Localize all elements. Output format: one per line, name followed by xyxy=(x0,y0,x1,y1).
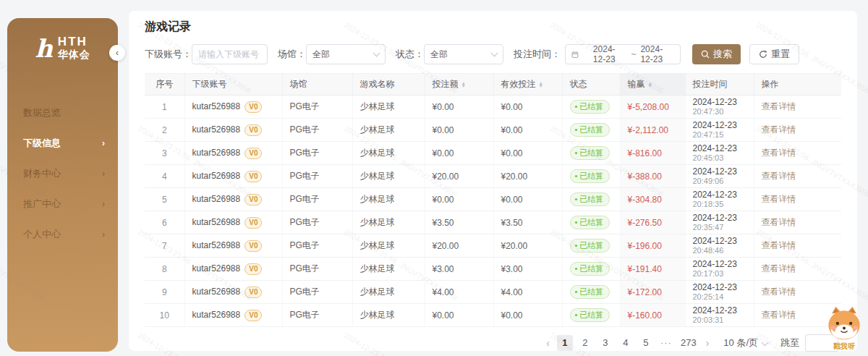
view-detail-link[interactable]: 查看详情 xyxy=(762,310,796,320)
view-detail-link[interactable]: 查看详情 xyxy=(762,124,796,135)
bet-clock: 20:35:47 xyxy=(693,223,746,232)
sidebar-item-个人中心[interactable]: 个人中心› xyxy=(7,219,118,250)
venue-select-value: 全部 xyxy=(312,48,330,61)
view-detail-link[interactable]: 查看详情 xyxy=(762,101,796,111)
cell-valid-bet: ¥20.00 xyxy=(493,234,562,258)
cell-bet-time: 2024-12-2320:48:46 xyxy=(685,234,754,258)
cell-account: kutar526988V0 xyxy=(184,96,282,119)
cell-valid-bet: ¥0.00 xyxy=(493,96,562,119)
sort-icon[interactable]: ▲▼ xyxy=(539,82,543,87)
sidebar-item-推广中心[interactable]: 推广中心› xyxy=(7,189,118,219)
cell-account: kutar526988V0 xyxy=(184,142,282,165)
service-mascot[interactable]: 戳我呀 xyxy=(825,305,864,352)
sidebar-collapse-button[interactable]: ‹ xyxy=(109,45,125,61)
level-badge: V0 xyxy=(244,240,262,252)
sidebar-item-label: 下级信息 xyxy=(23,137,61,150)
cell-bet-amount: ¥4.00 xyxy=(425,281,493,304)
chevron-right-icon: › xyxy=(102,169,105,179)
prev-page-button[interactable]: ‹ xyxy=(543,337,553,349)
refresh-icon xyxy=(759,50,767,59)
cell-bet-amount: ¥0.00 xyxy=(425,304,493,327)
cell-bet-amount: ¥0.00 xyxy=(425,142,493,165)
level-badge: V0 xyxy=(244,124,262,136)
table-row: 8kutar526988V0PG电子少林足球¥3.00¥3.00已结算¥-191… xyxy=(145,258,841,281)
cell-bet-time: 2024-12-2320:45:03 xyxy=(685,142,754,165)
column-header-label: 有效投注 xyxy=(501,78,536,90)
search-button[interactable]: 搜索 xyxy=(692,44,741,64)
sidebar-menu: 数据总览下级信息›财务中心›推广中心›个人中心› xyxy=(7,98,118,250)
winloss-value: ¥-304.80 xyxy=(628,195,662,205)
cell-account: kutar526988V0 xyxy=(184,165,282,188)
shiba-mascot-icon xyxy=(825,305,864,341)
page-number-5[interactable]: 5 xyxy=(638,335,654,351)
table-row: 10kutar526988V0PG电子少林足球¥0.00¥0.00已结算¥-16… xyxy=(145,304,841,327)
date-end-value[interactable]: 2024-12-23 xyxy=(640,44,674,64)
reset-button[interactable]: 重置 xyxy=(749,44,799,64)
bet-date: 2024-12-23 xyxy=(693,259,746,269)
next-page-button[interactable]: › xyxy=(703,337,712,349)
view-detail-link[interactable]: 查看详情 xyxy=(762,217,796,227)
cell-bet-time: 2024-12-2320:17:03 xyxy=(685,258,754,281)
view-detail-link[interactable]: 查看详情 xyxy=(762,240,796,250)
date-range-picker[interactable]: 2024-12-23 ~ 2024-12-23 xyxy=(565,44,681,64)
view-detail-link[interactable]: 查看详情 xyxy=(762,171,796,181)
cell-account: kutar526988V0 xyxy=(184,211,282,234)
cell-action: 查看详情 xyxy=(754,142,841,165)
page-size-select[interactable]: 10 条/页 xyxy=(723,336,767,349)
chevron-down-icon xyxy=(373,49,380,56)
view-detail-link[interactable]: 查看详情 xyxy=(762,287,796,297)
cell-bet-amount: ¥0.00 xyxy=(425,96,493,119)
column-header-输赢[interactable]: 输赢▲▼ xyxy=(620,74,685,96)
view-detail-link[interactable]: 查看详情 xyxy=(762,263,796,274)
sidebar-item-label: 财务中心 xyxy=(23,167,61,180)
level-badge: V0 xyxy=(244,101,262,113)
cell-game: 少林足球 xyxy=(352,304,425,327)
page-number-2[interactable]: 2 xyxy=(577,335,593,351)
account-name: kutar526988 xyxy=(192,240,241,250)
cell-winloss: ¥-304.80 xyxy=(620,188,685,211)
view-detail-link[interactable]: 查看详情 xyxy=(762,148,796,158)
level-badge: V0 xyxy=(244,310,262,321)
cell-account: kutar526988V0 xyxy=(184,281,282,304)
sort-icon[interactable]: ▲▼ xyxy=(461,82,466,87)
date-start-value[interactable]: 2024-12-23 xyxy=(593,44,627,64)
view-detail-link[interactable]: 查看详情 xyxy=(762,194,796,204)
page-number-3[interactable]: 3 xyxy=(597,335,613,351)
sidebar-item-下级信息[interactable]: 下级信息› xyxy=(7,128,118,158)
winloss-value: ¥-191.40 xyxy=(628,264,662,274)
page-number-273[interactable]: 273 xyxy=(678,335,699,351)
cell-bet-amount: ¥3.00 xyxy=(425,258,493,281)
bet-time-label: 投注时间： xyxy=(514,48,561,61)
page-number-4[interactable]: 4 xyxy=(618,335,634,351)
account-input[interactable] xyxy=(192,44,268,64)
account-label: 下级账号： xyxy=(145,48,192,61)
sidebar-item-财务中心[interactable]: 财务中心› xyxy=(7,158,118,189)
venue-select[interactable]: 全部 xyxy=(306,44,386,64)
cell-venue: PG电子 xyxy=(282,119,352,142)
table-header-row: 序号下级账号场馆游戏名称投注额▲▼有效投注▲▼状态输赢▲▼投注时间操作 xyxy=(145,74,841,96)
cell-valid-bet: ¥4.00 xyxy=(493,281,562,304)
page-number-1[interactable]: 1 xyxy=(557,335,573,351)
column-header-有效投注[interactable]: 有效投注▲▼ xyxy=(493,74,562,96)
cell-index: 3 xyxy=(145,142,184,165)
bet-clock: 20:49:06 xyxy=(693,177,746,186)
cell-bet-amount: ¥20.00 xyxy=(425,165,493,188)
winloss-value: ¥-2,112.00 xyxy=(628,125,669,135)
cell-game: 少林足球 xyxy=(352,188,425,211)
sort-icon[interactable]: ▲▼ xyxy=(648,82,652,87)
status-select[interactable]: 全部 xyxy=(424,44,503,64)
sidebar-item-数据总览[interactable]: 数据总览 xyxy=(7,98,118,128)
table-row: 5kutar526988V0PG电子少林足球¥0.00¥0.00已结算¥-304… xyxy=(145,188,841,211)
logo-title: HTH xyxy=(58,35,90,48)
sort-desc-icon: ▼ xyxy=(648,85,652,88)
cell-valid-bet: ¥3.00 xyxy=(493,258,562,281)
table-row: 6kutar526988V0PG电子少林足球¥3.50¥3.50已结算¥-276… xyxy=(145,211,841,234)
account-name: kutar526988 xyxy=(192,171,241,181)
cell-bet-time: 2024-12-2320:35:47 xyxy=(685,211,754,234)
cell-action: 查看详情 xyxy=(754,234,841,258)
cell-bet-time: 2024-12-2320:03:31 xyxy=(685,304,754,327)
column-header-投注额[interactable]: 投注额▲▼ xyxy=(425,74,493,96)
page-ellipsis[interactable]: ··· xyxy=(658,335,674,351)
level-badge: V0 xyxy=(244,171,262,182)
column-header-下级账号: 下级账号 xyxy=(184,74,282,96)
